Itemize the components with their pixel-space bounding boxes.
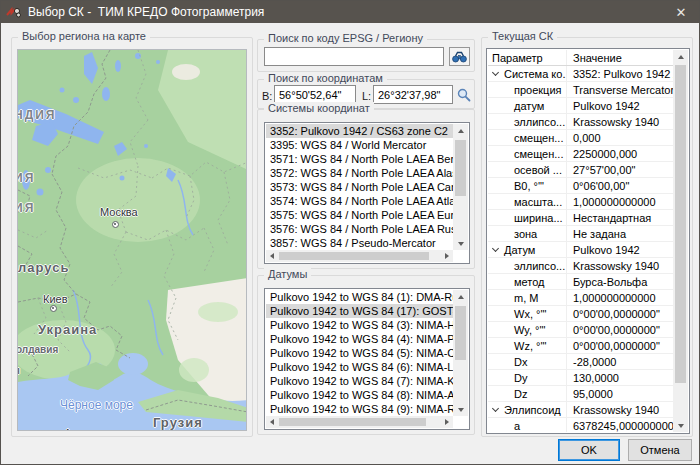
scroll-thumb[interactable] [455, 306, 466, 360]
ok-button[interactable]: OK [558, 439, 620, 461]
current-cs-group: Текущая СК Параметр Значение Система ко.… [481, 37, 693, 437]
table-row[interactable]: датумPulkovo 1942 [488, 98, 673, 114]
app-logo-icon [6, 4, 22, 20]
table-row[interactable]: ДатумPulkovo 1942 [488, 242, 673, 258]
datum-list-items: Pulkovo 1942 to WGS 84 (1): DMA-RusPulko… [266, 290, 453, 416]
scroll-right-icon[interactable] [441, 416, 453, 428]
table-row[interactable]: зонаНе задана [488, 226, 673, 242]
list-item[interactable]: Pulkovo 1942 to WGS 84 (4): NIMA-Pol [266, 332, 453, 346]
current-cs-table[interactable]: Параметр Значение Система ко...3352: Pul… [486, 48, 690, 434]
scroll-down-icon[interactable] [453, 237, 468, 250]
list-item[interactable]: 3571: WGS 84 / North Pole LAEA Bering Se… [266, 152, 453, 166]
cs-horizontal-scrollbar[interactable] [266, 250, 453, 262]
list-item[interactable]: 3352: Pulkovo 1942 / CS63 zone C2 [266, 124, 453, 138]
datums-horizontal-scrollbar[interactable] [266, 416, 453, 428]
list-item[interactable]: Pulkovo 1942 to WGS 84 (17): GOST-Rus [266, 304, 453, 318]
list-item[interactable]: Pulkovo 1942 to WGS 84 (6): NIMA-Lva [266, 360, 453, 374]
scroll-down-icon[interactable] [453, 403, 468, 416]
scroll-thumb[interactable] [455, 140, 466, 196]
list-item[interactable]: Pulkovo 1942 to WGS 84 (1): DMA-Rus [266, 290, 453, 304]
epsg-search-input[interactable] [264, 47, 444, 66]
coordinate-search-button[interactable] [455, 86, 473, 104]
table-row[interactable]: проекцияTransverse Mercator [488, 82, 673, 98]
map-group-label: Выбор региона на карте [18, 30, 150, 42]
scroll-up-icon[interactable] [673, 50, 688, 63]
table-row[interactable]: смещен...0,000 [488, 130, 673, 146]
scroll-up-icon[interactable] [453, 290, 468, 303]
table-row[interactable]: осевой ...27°57'00,00" [488, 162, 673, 178]
magnifier-icon [457, 88, 471, 102]
table-row[interactable]: ЭллипсоидKrassowsky 1940 [488, 402, 673, 418]
table-row[interactable]: методБурса-Вольфа [488, 274, 673, 290]
table-row[interactable]: эллипсо...Krassowsky 1940 [488, 258, 673, 274]
scroll-right-icon[interactable] [441, 250, 453, 262]
scroll-left-icon[interactable] [266, 416, 278, 428]
column-parameter[interactable]: Параметр [488, 50, 566, 65]
cs-list-items: 3352: Pulkovo 1942 / CS63 zone C23395: W… [266, 124, 453, 250]
cs-table-body: Система ко...3352: Pulkovo 1942 / CS63 .… [488, 66, 673, 432]
table-row[interactable]: Wx, °'"0°00'00,0000000" [488, 306, 673, 322]
table-vertical-scrollbar[interactable] [673, 50, 688, 432]
list-item[interactable]: Pulkovo 1942 to WGS 84 (3): NIMA-Hun [266, 318, 453, 332]
table-row[interactable]: смещен...2250000,000 [488, 146, 673, 162]
coordinate-system-dialog: Выбор СК - ТИМ КРЕДО Фотограмметрия ✕ Вы… [0, 0, 700, 465]
cancel-button[interactable]: Отмена [628, 439, 692, 461]
table-row[interactable]: a6378245,000000000000 [488, 418, 673, 432]
scroll-thumb[interactable] [279, 252, 429, 260]
window-title: Выбор СК - ТИМ КРЕДО Фотограмметрия [28, 5, 264, 19]
binoculars-search-button[interactable] [449, 47, 470, 66]
table-row[interactable]: Dy130,0000 [488, 370, 673, 386]
scroll-thumb[interactable] [675, 65, 686, 383]
scroll-thumb[interactable] [279, 418, 426, 426]
scroll-down-icon[interactable] [673, 419, 688, 432]
datums-vertical-scrollbar[interactable] [453, 290, 468, 416]
list-item[interactable]: Pulkovo 1942 to WGS 84 (5): NIMA-Cze [266, 346, 453, 360]
table-header: Параметр Значение [488, 50, 673, 66]
current-cs-label: Текущая СК [488, 30, 557, 42]
list-item[interactable]: Pulkovo 1942 to WGS 84 (8): NIMA-Alb [266, 388, 453, 402]
longitude-input[interactable] [373, 85, 453, 104]
longitude-label: L: [362, 90, 371, 102]
list-item[interactable]: Pulkovo 1942 to WGS 84 (7): NIMA-Kaz [266, 374, 453, 388]
list-item[interactable]: 3575: WGS 84 / North Pole LAEA Europe [266, 208, 453, 222]
table-row[interactable]: ширина...Нестандартная [488, 210, 673, 226]
list-item[interactable]: 3857: WGS 84 / Pseudo-Mercator [266, 236, 453, 250]
list-item[interactable]: 3573: WGS 84 / North Pole LAEA Canada [266, 180, 453, 194]
epsg-search-group: Поиск по коду EPSG / Региону [257, 39, 475, 72]
datums-group: Датумы Pulkovo 1942 to WGS 84 (1): DMA-R… [257, 275, 475, 435]
table-row[interactable]: Wz, °'"0°00'00,0000000" [488, 338, 673, 354]
scroll-left-icon[interactable] [266, 250, 278, 262]
table-row[interactable]: Wy, °'"0°00'00,0000000" [488, 322, 673, 338]
coordinate-systems-label: Системы координат [264, 102, 374, 114]
list-item[interactable]: Pulkovo 1942 to WGS 84 (9): NIMA-Rom [266, 402, 453, 416]
epsg-search-label: Поиск по коду EPSG / Региону [264, 32, 427, 44]
expander-chevron-icon[interactable] [492, 245, 499, 252]
table-row[interactable]: Dz95,0000 [488, 386, 673, 402]
table-row[interactable]: Система ко...3352: Pulkovo 1942 / CS63 .… [488, 66, 673, 82]
expander-chevron-icon[interactable] [492, 69, 499, 76]
datums-label: Датумы [264, 268, 311, 280]
datums-listbox[interactable]: Pulkovo 1942 to WGS 84 (1): DMA-RusPulko… [264, 288, 470, 430]
coordinate-systems-listbox[interactable]: 3352: Pulkovo 1942 / CS63 zone C23395: W… [264, 122, 470, 264]
table-row[interactable]: m, M1,000000000000 [488, 290, 673, 306]
list-item[interactable]: 3574: WGS 84 / North Pole LAEA Atlantic [266, 194, 453, 208]
list-item[interactable]: 3576: WGS 84 / North Pole LAEA Russia [266, 222, 453, 236]
list-item[interactable]: 3572: WGS 84 / North Pole LAEA Alaska [266, 166, 453, 180]
latitude-label: B: [262, 90, 272, 102]
coord-search-label: Поиск по координатам [264, 72, 387, 84]
map-group: Выбор региона на карте [11, 37, 253, 437]
table-row[interactable]: Dx-28,0000 [488, 354, 673, 370]
expander-chevron-icon[interactable] [492, 405, 499, 412]
cs-vertical-scrollbar[interactable] [453, 124, 468, 250]
table-row[interactable]: B0, °'"0°06'00,00" [488, 178, 673, 194]
map-canvas[interactable]: НДИЯИЯИЯМоскваларусьКиевУкраинаолдавияяЧ… [17, 49, 247, 431]
binoculars-icon [452, 51, 467, 63]
scroll-up-icon[interactable] [453, 124, 468, 137]
table-row[interactable]: масшта...1,000000000000 [488, 194, 673, 210]
column-value[interactable]: Значение [566, 50, 673, 65]
list-item[interactable]: 3395: WGS 84 / World Mercator [266, 138, 453, 152]
titlebar[interactable]: Выбор СК - ТИМ КРЕДО Фотограмметрия ✕ [1, 1, 699, 23]
close-icon[interactable]: ✕ [663, 1, 699, 23]
map-image [18, 50, 247, 431]
table-row[interactable]: эллипсо...Krassowsky 1940 [488, 114, 673, 130]
